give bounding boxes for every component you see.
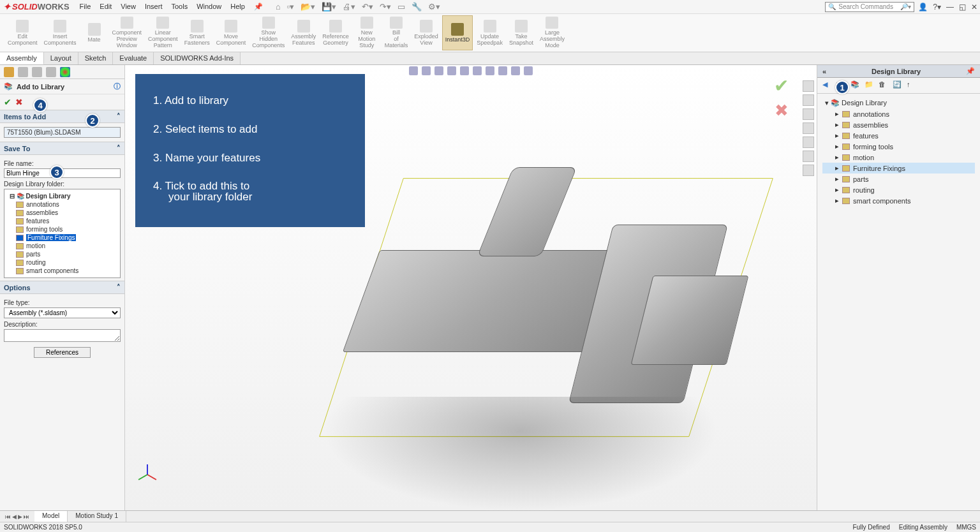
scene-icon[interactable] [511,66,520,75]
tree-item-annotations[interactable]: annotations [7,200,117,209]
rtree-item-motion[interactable]: ▸ motion [822,152,975,163]
tab-motion-study[interactable]: Motion Study 1 [68,511,126,522]
ribbon-linear-component-pattern[interactable]: LinearComponentPattern [145,15,181,50]
fm-tab-1[interactable] [4,67,14,77]
taskpane-property-icon[interactable] [803,165,814,176]
tab-assembly[interactable]: Assembly [0,52,44,64]
add-folder-icon[interactable]: 📁 [865,80,875,91]
taskpane-resources-icon[interactable] [803,94,814,106]
description-input[interactable] [4,329,121,342]
collapse-icon[interactable]: ˄ [117,283,121,292]
confirm-large-icon[interactable]: ✔ [774,75,789,96]
tab-layout[interactable]: Layout [44,52,78,64]
design-library-tree[interactable]: ▾ 📚 Design Library▸ annotations▸ assembl… [817,94,980,210]
help-icon[interactable]: ?▾ [933,3,941,11]
redo-icon[interactable]: ↷▾ [380,2,391,11]
tree-item-routing[interactable]: routing [7,258,117,267]
ribbon-move-component[interactable]: MoveComponent [214,15,249,50]
rtree-item-annotations[interactable]: ▸ annotations [822,108,975,119]
delete-icon[interactable]: 🗑 [879,80,889,91]
hide-show-icon[interactable] [486,66,494,75]
restore-icon[interactable]: ◱ [959,3,966,11]
menu-window[interactable]: Window [197,3,221,11]
tab-evaluate[interactable]: Evaluate [113,52,154,64]
tree-item-parts[interactable]: parts [7,250,117,258]
ok-button[interactable]: ✔ [4,97,11,107]
collapse-icon[interactable]: ˄ [117,112,121,121]
save-to-header[interactable]: Save To ˄ [0,142,124,155]
close-icon[interactable]: ✕ [971,3,977,11]
zoom-icon[interactable] [409,66,418,75]
ribbon-take-snapshot[interactable]: TakeSnapshot [507,15,536,50]
taskpane-explorer-icon[interactable] [803,122,814,134]
help-small-icon[interactable]: ⓘ [114,82,121,91]
filetype-select[interactable]: Assembly (*.sldasm) [4,307,121,318]
tab-sketch[interactable]: Sketch [78,52,114,64]
ribbon-show-hidden-components[interactable]: ShowHiddenComponents [249,15,287,50]
zoom-area-icon[interactable] [422,66,431,75]
rtree-item-parts[interactable]: ▸ parts [822,174,975,184]
collapse-icon[interactable]: ˄ [117,144,121,152]
tab-solidworks-add-ins[interactable]: SOLIDWORKS Add-Ins [154,52,241,64]
refresh-icon[interactable]: 🔄 [893,80,903,91]
selected-item[interactable]: 75T1550 (Blum).SLDASM [4,127,121,138]
pin-panel-icon[interactable]: 📌 [966,67,975,75]
tab-nav-next-icon[interactable]: ▶ [18,514,22,520]
tree-item-furniture-fixings[interactable]: Furniture Fixings [7,233,117,242]
menu-view[interactable]: View [121,3,136,11]
menu-tools[interactable]: Tools [171,3,188,11]
taskpane-appearance-icon[interactable] [803,151,814,162]
taskpane-home-icon[interactable] [803,80,814,92]
tree-item-motion[interactable]: motion [7,242,117,250]
tree-item-forming-tools[interactable]: forming tools [7,225,117,233]
items-to-add-header[interactable]: Items to Add ˄ [0,110,124,123]
fm-tab-4[interactable] [46,67,56,77]
user-icon[interactable]: 👤 [918,3,928,11]
taskpane-view-icon[interactable] [803,137,814,148]
ribbon-instant3d[interactable]: Instant3D [442,15,473,50]
rtree-item-assemblies[interactable]: ▸ assemblies [822,119,975,130]
rtree-root[interactable]: ▾ 📚 Design Library [822,98,975,108]
rtree-item-features[interactable]: ▸ features [822,130,975,141]
ribbon-assembly-features[interactable]: AssemblyFeatures [288,15,318,50]
menu-edit[interactable]: Edit [100,3,112,11]
undo-icon[interactable]: ↶▾ [362,2,373,11]
tab-nav-last-icon[interactable]: ⏭ [24,514,29,520]
rtree-item-smart-components[interactable]: ▸ smart components [822,195,975,206]
ribbon-component-preview-window[interactable]: ComponentPreviewWindow [110,15,145,50]
appearance-icon[interactable] [498,66,507,75]
ribbon-reference-geometry[interactable]: ReferenceGeometry [320,15,352,50]
options-icon[interactable]: ⚙▾ [428,2,440,11]
ribbon-smart-fasteners[interactable]: SmartFasteners [182,15,212,50]
library-folder-tree[interactable]: ⊟ 📚 Design Libraryannotationsassembliesf… [4,189,121,278]
rtree-item-furniture-fixings[interactable]: ▸ Furniture Fixings [822,163,975,174]
menu-help[interactable]: Help [230,3,245,11]
fm-tab-2[interactable] [18,67,28,77]
home-icon[interactable]: ⌂ [276,2,281,11]
status-units[interactable]: MMGS [956,524,976,531]
display-style-icon[interactable] [473,66,482,75]
ribbon-large-assembly-mode[interactable]: LargeAssemblyMode [537,15,567,50]
select-icon[interactable]: ▭ [397,2,405,11]
ribbon-bill-of-materials[interactable]: BillofMaterials [382,15,411,50]
rtree-item-forming-tools[interactable]: ▸ forming tools [822,141,975,152]
add-library-icon[interactable]: 📚 [850,80,861,91]
tree-item-features[interactable]: features [7,217,117,225]
tab-model[interactable]: Model [34,511,68,522]
rtree-item-routing[interactable]: ▸ routing [822,184,975,195]
tab-nav-prev-icon[interactable]: ◀ [12,514,17,520]
cancel-large-icon[interactable]: ✖ [775,101,789,121]
ribbon-update-speedpak[interactable]: UpdateSpeedpak [474,15,505,50]
up-icon[interactable]: ↑ [907,80,917,91]
fm-tab-3[interactable] [32,67,42,77]
tree-root[interactable]: ⊟ 📚 Design Library [7,192,117,200]
back-icon[interactable]: ◀ [822,80,833,91]
tree-item-smart-components[interactable]: smart components [7,267,117,275]
ribbon-exploded-view[interactable]: ExplodedView [412,15,441,50]
ribbon-new-motion-study[interactable]: NewMotionStudy [353,15,381,50]
references-button[interactable]: References [34,347,91,358]
taskpane-library-icon[interactable] [803,108,814,120]
cancel-button[interactable]: ✖ [15,97,23,107]
new-icon[interactable]: ▫▾ [287,2,295,11]
menu-file[interactable]: File [80,3,91,11]
